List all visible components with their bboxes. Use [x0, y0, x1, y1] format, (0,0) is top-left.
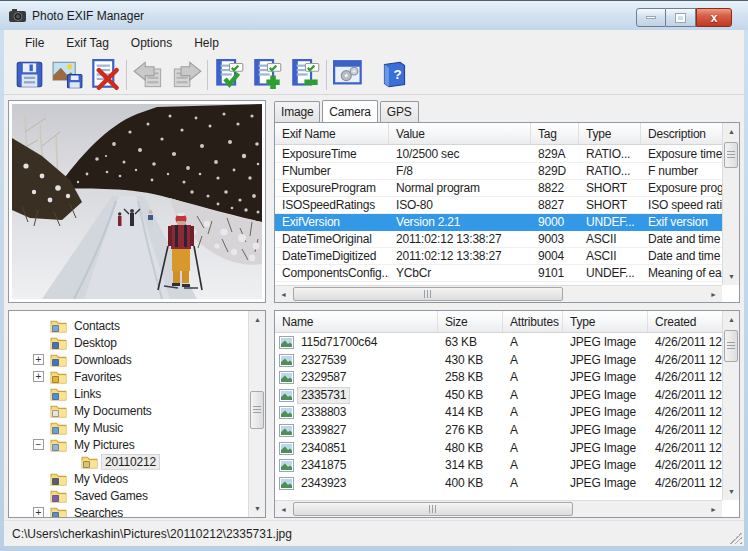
next-image-button[interactable] — [167, 57, 205, 93]
exif-row[interactable]: ExposureTime 10/2500 sec 829A RATIO... E… — [275, 146, 722, 163]
column-header[interactable]: Attributes — [503, 311, 563, 332]
delete-exif-button[interactable] — [86, 57, 124, 93]
exif-row[interactable]: ComponentsConfig... YCbCr 9101 UNDEF... … — [275, 265, 722, 282]
exif-vertical-scrollbar[interactable]: ▲ ▼ — [722, 123, 739, 285]
image-file-icon — [279, 354, 294, 367]
file-size-cell: 414 KB — [438, 404, 503, 422]
scroll-down-arrow[interactable]: ▼ — [249, 500, 266, 517]
window-title: Photo EXIF Manager — [32, 9, 144, 23]
file-attributes-cell: A — [503, 334, 563, 352]
tree-item[interactable]: + Searches — [9, 504, 248, 517]
scroll-up-arrow[interactable]: ▲ — [723, 311, 740, 328]
titlebar[interactable]: Photo EXIF Manager x — [0, 0, 748, 30]
exif-horizontal-scrollbar[interactable]: ◄ ► — [275, 285, 722, 302]
minimize-button[interactable] — [636, 8, 666, 27]
tree-expander[interactable]: + — [33, 354, 44, 365]
column-header[interactable]: Name — [275, 311, 438, 332]
tree-item-label: Desktop — [71, 336, 120, 350]
tab[interactable]: GPS — [380, 101, 419, 122]
file-row[interactable]: 2340851 480 KB A JPEG Image 4/26/2011 12… — [275, 440, 722, 458]
exif-row[interactable]: DateTimeDigitized 2011:02:12 13:38:27 90… — [275, 248, 722, 265]
scroll-thumb[interactable] — [293, 502, 573, 516]
exif-row[interactable]: DateTimeOriginal 2011:02:12 13:38:27 900… — [275, 231, 722, 248]
file-row[interactable]: 115d71700c64 63 KB A JPEG Image 4/26/201… — [275, 334, 722, 352]
tree-vertical-scrollbar[interactable]: ▲ ▼ — [248, 311, 265, 517]
tab[interactable]: Camera — [322, 100, 377, 122]
tree-expander[interactable]: + — [33, 507, 44, 517]
scroll-up-arrow[interactable]: ▲ — [723, 123, 740, 140]
tree-item-label: My Pictures — [71, 438, 137, 452]
exif-add-button[interactable] — [248, 57, 286, 93]
menu-item[interactable]: File — [14, 32, 55, 54]
column-header[interactable]: Size — [438, 311, 503, 332]
tree-item[interactable]: My Music — [9, 419, 248, 436]
tree-item[interactable]: My Videos — [9, 470, 248, 487]
scroll-down-arrow[interactable]: ▼ — [723, 268, 740, 285]
tree-item[interactable]: My Documents — [9, 402, 248, 419]
files-horizontal-scrollbar[interactable]: ◄ ► — [275, 500, 722, 517]
column-header[interactable]: Type — [579, 123, 641, 144]
previous-image-button[interactable] — [129, 57, 167, 93]
files-vertical-scrollbar[interactable]: ▲ ▼ — [722, 311, 739, 500]
file-row[interactable]: 2329587 258 KB A JPEG Image 4/26/2011 12… — [275, 369, 722, 387]
delete-exif-icon — [90, 59, 121, 90]
column-header[interactable]: Type — [563, 311, 648, 332]
tree-item-label: My Videos — [71, 472, 131, 486]
scroll-thumb[interactable] — [250, 391, 264, 429]
column-header[interactable]: Exif Name — [275, 123, 389, 144]
tree-item[interactable]: + Downloads — [9, 351, 248, 368]
file-row[interactable]: 2338803 414 KB A JPEG Image 4/26/2011 12… — [275, 404, 722, 422]
exif-remove-button[interactable] — [286, 57, 324, 93]
tree-item[interactable]: Desktop — [9, 334, 248, 351]
exif-row[interactable]: FNumber F/8 829D RATIO... F number — [275, 163, 722, 180]
toolbar-separator — [326, 60, 327, 90]
save-image-button[interactable] — [48, 57, 86, 93]
exif-name-cell: DateTimeDigitized — [275, 248, 389, 264]
file-row[interactable]: 2327539 430 KB A JPEG Image 4/26/2011 12… — [275, 352, 722, 370]
exif-apply-button[interactable] — [210, 57, 248, 93]
tab[interactable]: Image — [274, 101, 320, 122]
file-row[interactable]: 2343923 400 KB A JPEG Image 4/26/2011 12… — [275, 475, 722, 493]
exif-row[interactable]: ExposureProgram Normal program 8822 SHOR… — [275, 180, 722, 197]
column-header[interactable]: Tag — [531, 123, 579, 144]
file-type-cell: JPEG Image — [563, 404, 648, 422]
save-button[interactable] — [10, 57, 48, 93]
scroll-thumb[interactable] — [724, 330, 738, 362]
tree-item[interactable]: Links — [9, 385, 248, 402]
tree-expander[interactable]: + — [33, 371, 44, 382]
column-header[interactable]: Value — [389, 123, 531, 144]
exif-row[interactable]: ISOSpeedRatings ISO-80 8827 SHORT ISO sp… — [275, 197, 722, 214]
menu-item[interactable]: Options — [120, 32, 183, 54]
tree-item-label: My Documents — [71, 404, 155, 418]
tree-expander[interactable]: − — [33, 439, 44, 450]
menu-item[interactable]: Help — [183, 32, 230, 54]
options-button[interactable] — [329, 57, 367, 93]
maximize-button[interactable] — [666, 8, 696, 27]
folder-icon — [81, 455, 98, 469]
file-row[interactable]: 2339827 276 KB A JPEG Image 4/26/2011 12… — [275, 422, 722, 440]
exif-value-cell: Version 2.21 — [389, 214, 531, 230]
toolbar-separator — [207, 60, 208, 90]
close-button[interactable]: x — [696, 8, 732, 27]
tree-item[interactable]: − My Pictures — [9, 436, 248, 453]
tree-item[interactable]: + Favorites — [9, 368, 248, 385]
scroll-up-arrow[interactable]: ▲ — [249, 311, 266, 328]
tree-item[interactable]: Contacts — [9, 317, 248, 334]
menu-item[interactable]: Exif Tag — [55, 32, 119, 54]
scroll-left-arrow[interactable]: ◄ — [275, 286, 292, 303]
scroll-right-arrow[interactable]: ► — [705, 501, 722, 518]
tree-item[interactable]: 20110212 — [9, 453, 248, 470]
scroll-down-arrow[interactable]: ▼ — [723, 483, 740, 500]
exif-table-header: Exif Name Value Tag Type Description — [275, 123, 739, 145]
scroll-left-arrow[interactable]: ◄ — [275, 501, 292, 518]
scroll-thumb[interactable] — [724, 142, 738, 168]
help-button[interactable]: ? — [375, 57, 413, 93]
file-row[interactable]: 2341875 314 KB A JPEG Image 4/26/2011 12… — [275, 457, 722, 475]
tree-item-label: My Music — [71, 421, 126, 435]
resize-grip[interactable] — [730, 532, 742, 544]
scroll-thumb[interactable] — [293, 287, 563, 301]
exif-row[interactable]: ExifVersion Version 2.21 9000 UNDEF... E… — [275, 214, 722, 231]
scroll-right-arrow[interactable]: ► — [705, 286, 722, 303]
tree-item[interactable]: Saved Games — [9, 487, 248, 504]
file-row[interactable]: 2335731 450 KB A JPEG Image 4/26/2011 12… — [275, 387, 722, 405]
